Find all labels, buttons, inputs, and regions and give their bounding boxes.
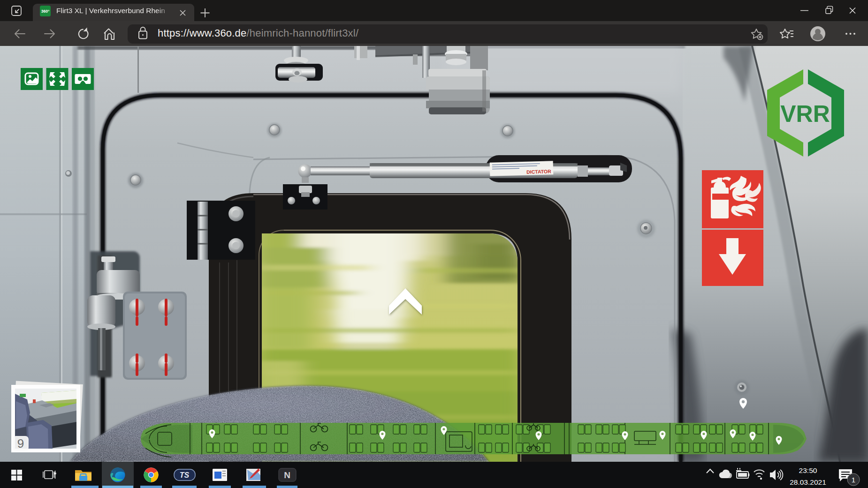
- svg-text:9: 9: [17, 436, 24, 450]
- svg-text:DICTATOR: DICTATOR: [526, 168, 551, 174]
- svg-text:1: 1: [852, 476, 855, 484]
- svg-text:VRR: VRR: [780, 101, 830, 127]
- svg-text:TS: TS: [180, 471, 190, 479]
- svg-text:360°: 360°: [41, 9, 50, 14]
- svg-text:N: N: [284, 470, 290, 480]
